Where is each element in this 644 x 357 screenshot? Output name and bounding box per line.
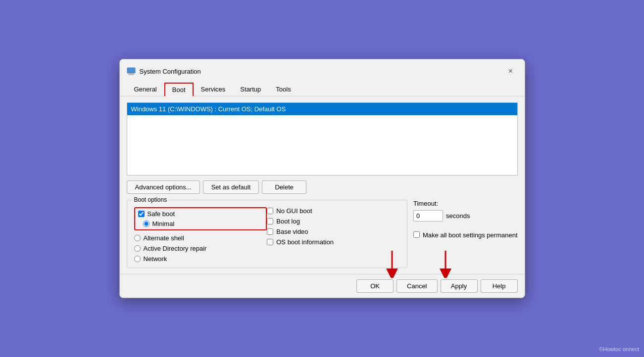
action-buttons-row: Advanced options... Set as default Delet… [127,180,518,194]
window-title: System Configuration [140,68,201,75]
tab-startup[interactable]: Startup [233,83,268,96]
alternate-shell-label: Alternate shell [144,234,184,242]
boot-listbox[interactable]: Windows 11 (C:\WINDOWS) : Current OS; De… [127,102,518,176]
ok-button[interactable]: OK [356,279,394,293]
arrow-apply [431,251,460,278]
dialog-body: Windows 11 (C:\WINDOWS) : Current OS; De… [120,96,525,274]
tab-boot[interactable]: Boot [164,83,194,96]
safe-boot-box: Safe boot Minimal [134,207,267,230]
minimal-row: Minimal [138,220,263,227]
permanent-checkbox[interactable] [413,231,420,238]
alternate-shell-row: Alternate shell [134,234,267,242]
safe-boot-checkbox[interactable] [138,211,145,217]
no-gui-boot-row: No GUI boot [267,207,400,215]
network-row: Network [134,255,267,263]
tab-tools[interactable]: Tools [268,83,298,96]
app-icon [127,67,136,76]
timeout-group: Timeout: seconds Make all boot settings … [413,200,518,239]
left-options-col: Safe boot Minimal Alternate shell [134,207,267,263]
set-as-default-button[interactable]: Set as default [203,180,259,194]
safe-boot-label: Safe boot [148,210,175,218]
timeout-input[interactable] [413,210,443,222]
tab-bar: General Boot Services Startup Tools [120,78,525,96]
options-grid: Safe boot Minimal Alternate shell [134,207,400,263]
delete-button[interactable]: Delete [262,180,306,194]
boot-options-title: Boot options [132,196,169,203]
system-configuration-dialog: System Configuration × General Boot Serv… [119,59,525,298]
apply-button[interactable]: Apply [441,279,478,293]
boot-log-label: Boot log [276,218,300,225]
svg-rect-0 [127,68,135,73]
base-video-label: Base video [276,228,308,235]
active-directory-repair-label: Active Directory repair [144,245,207,252]
cancel-button[interactable]: Cancel [396,279,437,293]
arrow-ok [377,251,407,278]
timeout-seconds-label: seconds [446,212,470,220]
boot-log-row: Boot log [267,218,400,225]
os-boot-info-checkbox[interactable] [267,239,273,245]
active-directory-repair-radio[interactable] [134,245,141,252]
boot-list-item[interactable]: Windows 11 (C:\WINDOWS) : Current OS; De… [127,103,517,115]
boot-log-checkbox[interactable] [267,218,273,224]
os-boot-info-label: OS boot information [276,238,334,246]
permanent-label: Make all boot settings permanent [423,231,518,239]
permanent-row: Make all boot settings permanent [413,231,518,239]
no-gui-boot-checkbox[interactable] [267,208,273,214]
safe-boot-row: Safe boot [138,210,263,218]
timeout-input-row: seconds [413,210,518,222]
active-directory-row: Active Directory repair [134,245,267,252]
close-button[interactable]: × [504,64,518,78]
svg-rect-2 [128,74,134,75]
base-video-checkbox[interactable] [267,228,273,235]
minimal-label: Minimal [152,220,175,227]
network-label: Network [144,255,167,263]
network-radio[interactable] [134,256,141,262]
advanced-options-button[interactable]: Advanced options... [127,180,200,194]
svg-rect-1 [129,73,133,74]
alternate-shell-radio[interactable] [134,235,141,241]
tab-general[interactable]: General [127,83,164,96]
title-left: System Configuration [127,67,201,76]
no-gui-boot-label: No GUI boot [276,207,312,215]
tab-services[interactable]: Services [194,83,233,96]
boot-options-group: Boot options Safe boot Minimal [127,200,408,268]
base-video-row: Base video [267,228,400,235]
timeout-label: Timeout: [413,200,518,207]
title-bar: System Configuration × [120,59,525,78]
minimal-radio[interactable] [143,221,149,227]
watermark: ©Howtoc onnect [599,346,639,352]
os-boot-info-row: OS boot information [267,238,400,246]
dialog-footer: OK Cancel Apply Help [120,274,525,298]
help-button[interactable]: Help [481,279,518,293]
